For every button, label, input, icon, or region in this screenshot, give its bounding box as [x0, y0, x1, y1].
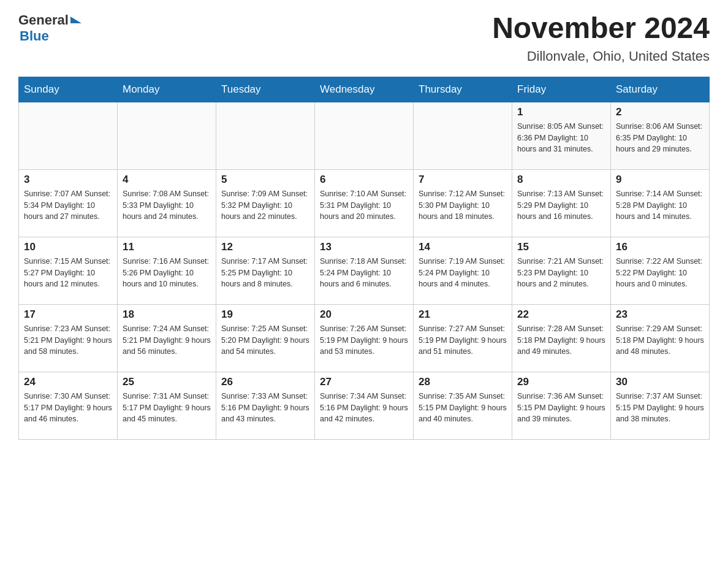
calendar-cell: 24Sunrise: 7:30 AM Sunset: 5:17 PM Dayli…	[19, 372, 118, 439]
title-block: November 2024 Dillonvale, Ohio, United S…	[492, 12, 710, 64]
day-number: 22	[517, 308, 605, 321]
logo-general-text: General	[18, 12, 69, 28]
column-header-friday: Friday	[512, 77, 611, 102]
calendar-cell: 8Sunrise: 7:13 AM Sunset: 5:29 PM Daylig…	[512, 169, 611, 237]
day-number: 21	[419, 308, 507, 321]
calendar-cell: 13Sunrise: 7:18 AM Sunset: 5:24 PM Dayli…	[315, 237, 414, 304]
day-number: 7	[419, 174, 507, 186]
day-number: 6	[320, 174, 408, 186]
calendar-cell: 25Sunrise: 7:31 AM Sunset: 5:17 PM Dayli…	[118, 372, 216, 439]
logo-arrow-icon	[70, 17, 82, 23]
column-header-monday: Monday	[118, 77, 216, 102]
column-header-thursday: Thursday	[414, 77, 512, 102]
day-number: 23	[616, 308, 704, 321]
day-number: 24	[24, 376, 112, 388]
calendar-cell	[118, 102, 216, 169]
calendar-cell: 21Sunrise: 7:27 AM Sunset: 5:19 PM Dayli…	[414, 304, 512, 372]
month-title: November 2024	[492, 12, 710, 45]
calendar-cell: 16Sunrise: 7:22 AM Sunset: 5:22 PM Dayli…	[611, 237, 710, 304]
day-info: Sunrise: 7:23 AM Sunset: 5:21 PM Dayligh…	[24, 323, 112, 358]
day-number: 26	[221, 376, 309, 388]
day-info: Sunrise: 7:25 AM Sunset: 5:20 PM Dayligh…	[221, 323, 309, 358]
day-info: Sunrise: 7:34 AM Sunset: 5:16 PM Dayligh…	[320, 391, 408, 425]
calendar-cell	[414, 102, 512, 169]
day-number: 8	[517, 174, 605, 186]
calendar-cell: 11Sunrise: 7:16 AM Sunset: 5:26 PM Dayli…	[118, 237, 216, 304]
calendar-cell: 6Sunrise: 7:10 AM Sunset: 5:31 PM Daylig…	[315, 169, 414, 237]
day-info: Sunrise: 7:13 AM Sunset: 5:29 PM Dayligh…	[517, 188, 605, 223]
calendar-week-row: 10Sunrise: 7:15 AM Sunset: 5:27 PM Dayli…	[19, 237, 710, 304]
calendar-week-row: 17Sunrise: 7:23 AM Sunset: 5:21 PM Dayli…	[19, 304, 710, 372]
calendar-cell: 23Sunrise: 7:29 AM Sunset: 5:18 PM Dayli…	[611, 304, 710, 372]
day-number: 25	[123, 376, 211, 388]
calendar-cell: 22Sunrise: 7:28 AM Sunset: 5:18 PM Dayli…	[512, 304, 611, 372]
calendar-week-row: 3Sunrise: 7:07 AM Sunset: 5:34 PM Daylig…	[19, 169, 710, 237]
day-number: 28	[419, 376, 507, 388]
day-number: 29	[517, 376, 605, 388]
calendar-week-row: 1Sunrise: 8:05 AM Sunset: 6:36 PM Daylig…	[19, 102, 710, 169]
calendar-cell: 4Sunrise: 7:08 AM Sunset: 5:33 PM Daylig…	[118, 169, 216, 237]
calendar-cell: 1Sunrise: 8:05 AM Sunset: 6:36 PM Daylig…	[512, 102, 611, 169]
calendar-cell: 5Sunrise: 7:09 AM Sunset: 5:32 PM Daylig…	[216, 169, 315, 237]
day-number: 19	[221, 308, 309, 321]
location-title: Dillonvale, Ohio, United States	[492, 48, 710, 64]
day-number: 9	[616, 174, 704, 186]
calendar-cell: 20Sunrise: 7:26 AM Sunset: 5:19 PM Dayli…	[315, 304, 414, 372]
day-number: 13	[320, 241, 408, 253]
calendar-cell: 9Sunrise: 7:14 AM Sunset: 5:28 PM Daylig…	[611, 169, 710, 237]
calendar-cell: 12Sunrise: 7:17 AM Sunset: 5:25 PM Dayli…	[216, 237, 315, 304]
calendar-cell	[315, 102, 414, 169]
calendar-header-row: SundayMondayTuesdayWednesdayThursdayFrid…	[19, 77, 710, 102]
day-info: Sunrise: 7:14 AM Sunset: 5:28 PM Dayligh…	[616, 188, 704, 223]
calendar-cell: 26Sunrise: 7:33 AM Sunset: 5:16 PM Dayli…	[216, 372, 315, 439]
day-info: Sunrise: 7:26 AM Sunset: 5:19 PM Dayligh…	[320, 323, 408, 358]
calendar-cell: 3Sunrise: 7:07 AM Sunset: 5:34 PM Daylig…	[19, 169, 118, 237]
day-info: Sunrise: 7:37 AM Sunset: 5:15 PM Dayligh…	[616, 391, 704, 425]
day-number: 15	[517, 241, 605, 253]
column-header-saturday: Saturday	[611, 77, 710, 102]
day-info: Sunrise: 7:27 AM Sunset: 5:19 PM Dayligh…	[419, 323, 507, 358]
calendar-cell: 30Sunrise: 7:37 AM Sunset: 5:15 PM Dayli…	[611, 372, 710, 439]
calendar-cell: 7Sunrise: 7:12 AM Sunset: 5:30 PM Daylig…	[414, 169, 512, 237]
calendar-cell: 10Sunrise: 7:15 AM Sunset: 5:27 PM Dayli…	[19, 237, 118, 304]
day-number: 14	[419, 241, 507, 253]
day-info: Sunrise: 7:08 AM Sunset: 5:33 PM Dayligh…	[123, 188, 211, 223]
day-info: Sunrise: 7:22 AM Sunset: 5:22 PM Dayligh…	[616, 256, 704, 290]
day-number: 4	[123, 174, 211, 186]
calendar-cell: 14Sunrise: 7:19 AM Sunset: 5:24 PM Dayli…	[414, 237, 512, 304]
column-header-wednesday: Wednesday	[315, 77, 414, 102]
day-info: Sunrise: 7:16 AM Sunset: 5:26 PM Dayligh…	[123, 256, 211, 290]
calendar-cell: 17Sunrise: 7:23 AM Sunset: 5:21 PM Dayli…	[19, 304, 118, 372]
day-info: Sunrise: 7:29 AM Sunset: 5:18 PM Dayligh…	[616, 323, 704, 358]
day-number: 10	[24, 241, 112, 253]
calendar-cell	[19, 102, 118, 169]
calendar-cell: 29Sunrise: 7:36 AM Sunset: 5:15 PM Dayli…	[512, 372, 611, 439]
day-info: Sunrise: 7:21 AM Sunset: 5:23 PM Dayligh…	[517, 256, 605, 290]
day-info: Sunrise: 7:10 AM Sunset: 5:31 PM Dayligh…	[320, 188, 408, 223]
column-header-sunday: Sunday	[19, 77, 118, 102]
day-number: 1	[517, 106, 605, 118]
day-info: Sunrise: 7:24 AM Sunset: 5:21 PM Dayligh…	[123, 323, 211, 358]
day-info: Sunrise: 7:35 AM Sunset: 5:15 PM Dayligh…	[419, 391, 507, 425]
day-info: Sunrise: 7:15 AM Sunset: 5:27 PM Dayligh…	[24, 256, 112, 290]
day-info: Sunrise: 7:07 AM Sunset: 5:34 PM Dayligh…	[24, 188, 112, 223]
day-number: 30	[616, 376, 704, 388]
day-info: Sunrise: 7:18 AM Sunset: 5:24 PM Dayligh…	[320, 256, 408, 290]
day-number: 17	[24, 308, 112, 321]
calendar-cell: 2Sunrise: 8:06 AM Sunset: 6:35 PM Daylig…	[611, 102, 710, 169]
day-number: 5	[221, 174, 309, 186]
calendar-cell: 15Sunrise: 7:21 AM Sunset: 5:23 PM Dayli…	[512, 237, 611, 304]
day-info: Sunrise: 8:06 AM Sunset: 6:35 PM Dayligh…	[616, 121, 704, 155]
day-info: Sunrise: 7:09 AM Sunset: 5:32 PM Dayligh…	[221, 188, 309, 223]
day-info: Sunrise: 7:19 AM Sunset: 5:24 PM Dayligh…	[419, 256, 507, 290]
day-info: Sunrise: 7:36 AM Sunset: 5:15 PM Dayligh…	[517, 391, 605, 425]
day-number: 16	[616, 241, 704, 253]
day-number: 20	[320, 308, 408, 321]
day-info: Sunrise: 7:30 AM Sunset: 5:17 PM Dayligh…	[24, 391, 112, 425]
day-info: Sunrise: 7:28 AM Sunset: 5:18 PM Dayligh…	[517, 323, 605, 358]
day-number: 12	[221, 241, 309, 253]
day-info: Sunrise: 7:31 AM Sunset: 5:17 PM Dayligh…	[123, 391, 211, 425]
day-info: Sunrise: 7:12 AM Sunset: 5:30 PM Dayligh…	[419, 188, 507, 223]
day-info: Sunrise: 8:05 AM Sunset: 6:36 PM Dayligh…	[517, 121, 605, 155]
day-number: 3	[24, 174, 112, 186]
